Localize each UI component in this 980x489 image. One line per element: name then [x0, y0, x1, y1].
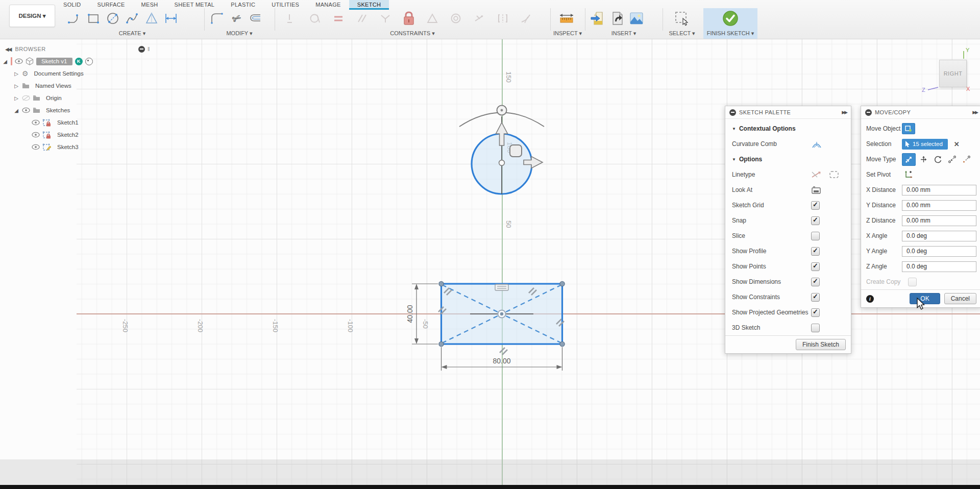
visibility-eye-icon[interactable]: [32, 119, 40, 126]
design-menu-button[interactable]: DESIGN ▾: [9, 5, 55, 27]
free-move-handle[interactable]: [510, 145, 522, 157]
curvature-constraint-icon[interactable]: [518, 9, 535, 28]
clear-selection-icon[interactable]: ✕: [954, 140, 960, 148]
circle-tool-icon[interactable]: [104, 9, 121, 28]
expander-icon[interactable]: ▷: [13, 71, 19, 77]
snap-checkbox[interactable]: [811, 216, 820, 225]
3d-sketch-checkbox[interactable]: [811, 324, 820, 332]
trim-scissors-icon[interactable]: ✄: [228, 9, 245, 28]
move-type-point-to-position-button[interactable]: [960, 154, 973, 165]
expander-icon[interactable]: ▷: [13, 95, 19, 101]
browser-node-sketch1[interactable]: Sketch1: [2, 116, 153, 129]
perpendicular-constraint-icon[interactable]: [377, 9, 394, 28]
visibility-eye-icon[interactable]: [32, 144, 40, 150]
dock-panel-icon[interactable]: ▶▶: [972, 110, 977, 115]
curvature-comb-icon[interactable]: [811, 139, 822, 149]
constraints-group-label[interactable]: CONSTRAINTS ▾: [280, 30, 545, 37]
options-section[interactable]: ▼ Options: [725, 152, 851, 167]
show-constraints-checkbox[interactable]: [811, 293, 820, 302]
finish-sketch-button[interactable]: Finish Sketch: [796, 339, 846, 350]
visibility-eye-icon[interactable]: [15, 58, 23, 64]
node-label[interactable]: Document Settings: [31, 70, 87, 77]
insert-canvas-image-icon[interactable]: [628, 9, 645, 28]
select-tool-icon[interactable]: [673, 9, 691, 28]
move-type-rotate-button[interactable]: [932, 154, 944, 165]
node-label[interactable]: Sketch1: [54, 119, 82, 126]
node-label[interactable]: Sketches: [43, 107, 73, 114]
move-copy-header[interactable]: MOVE/COPY ▶▶: [861, 106, 980, 119]
expander-icon[interactable]: ◢: [13, 108, 19, 113]
section-collapse-icon[interactable]: ▼: [732, 127, 736, 131]
browser-node-named-views[interactable]: ▷ Named Views: [2, 80, 153, 92]
contextual-options-section[interactable]: ▼ Contextual Options: [725, 121, 851, 136]
x-angle-input[interactable]: [902, 231, 976, 241]
parallel-constraint-icon[interactable]: [353, 9, 371, 28]
center-point-handle[interactable]: [499, 160, 505, 166]
dimension-tool-icon[interactable]: [162, 9, 180, 28]
cancel-button[interactable]: Cancel: [944, 293, 976, 304]
collapse-panel-icon[interactable]: [729, 109, 736, 116]
insert-decal-icon[interactable]: [608, 9, 626, 28]
browser-node-root[interactable]: ◢ Sketch v1 K: [2, 55, 153, 67]
z-angle-input[interactable]: [902, 261, 976, 272]
info-icon[interactable]: i: [866, 295, 874, 303]
node-label[interactable]: Sketch3: [54, 143, 82, 151]
create-group-label[interactable]: CREATE ▾: [65, 30, 199, 37]
coincident-constraint-icon[interactable]: [306, 9, 324, 28]
collapse-browser-icon[interactable]: ◀◀: [5, 46, 11, 52]
polygon-tool-icon[interactable]: [143, 9, 160, 28]
finish-sketch-check-icon[interactable]: [722, 9, 739, 28]
browser-node-origin[interactable]: ▷ Origin: [2, 92, 153, 104]
projection-linetype-icon[interactable]: [828, 170, 840, 179]
show-profile-checkbox[interactable]: [811, 247, 820, 256]
node-label[interactable]: Named Views: [32, 82, 75, 89]
ok-button[interactable]: OK: [910, 293, 940, 304]
visibility-eye-off-icon[interactable]: [22, 95, 30, 101]
root-node-label[interactable]: Sketch v1: [36, 58, 72, 65]
move-type-free-move-button[interactable]: [902, 153, 916, 166]
collapse-panel-icon[interactable]: [865, 109, 872, 116]
sketch-grid-checkbox[interactable]: [811, 201, 820, 210]
horizontal-vertical-constraint-icon[interactable]: [283, 9, 300, 28]
spline-tool-icon[interactable]: [124, 9, 141, 28]
show-points-checkbox[interactable]: [811, 262, 820, 271]
x-distance-input[interactable]: [902, 185, 976, 195]
measure-tool-icon[interactable]: [558, 9, 575, 28]
visibility-eye-icon[interactable]: [32, 132, 40, 138]
expander-icon[interactable]: ◢: [2, 59, 8, 64]
browser-node-sketch2[interactable]: Sketch2: [2, 129, 153, 141]
sketch-palette-header[interactable]: SKETCH PALETTE ▶▶: [725, 106, 851, 119]
node-label[interactable]: Sketch2: [54, 131, 82, 138]
finish-sketch-group-label[interactable]: FINISH SKETCH ▾: [703, 30, 757, 37]
browser-display-settings-icon[interactable]: [138, 46, 145, 53]
move-object-type-button[interactable]: [902, 123, 915, 134]
browser-node-sketch3[interactable]: Sketch3: [2, 141, 153, 153]
look-at-icon[interactable]: [811, 186, 821, 194]
move-type-point-to-point-button[interactable]: [946, 154, 959, 165]
browser-node-document-settings[interactable]: ▷ ⚙ Document Settings: [2, 67, 153, 80]
activate-component-radio[interactable]: [85, 58, 93, 65]
midpoint-constraint-icon[interactable]: [424, 9, 441, 28]
equal-constraint-icon[interactable]: [330, 9, 347, 28]
node-label[interactable]: Origin: [43, 94, 65, 102]
dimension-height[interactable]: 40.00: [406, 284, 438, 344]
construction-linetype-icon[interactable]: [811, 170, 822, 179]
rectangle-tool-icon[interactable]: [85, 9, 102, 28]
offset-tool-icon[interactable]: [247, 9, 264, 28]
expander-icon[interactable]: ▷: [13, 83, 19, 89]
y-distance-input[interactable]: [902, 200, 976, 211]
visibility-eye-icon[interactable]: [22, 107, 30, 113]
collinear-constraint-icon[interactable]: [471, 9, 488, 28]
insert-svg-icon[interactable]: [589, 9, 606, 28]
concentric-constraint-icon[interactable]: [447, 9, 464, 28]
rectangle-sketch[interactable]: [438, 281, 565, 355]
selection-chip[interactable]: 15 selected: [902, 139, 948, 150]
fix-lock-constraint-icon[interactable]: [400, 9, 418, 28]
browser-node-sketches[interactable]: ◢ Sketches: [2, 104, 153, 116]
y-angle-input[interactable]: [902, 246, 976, 257]
line-tool-icon[interactable]: [65, 9, 83, 28]
z-distance-input[interactable]: [902, 215, 976, 226]
fillet-tool-icon[interactable]: [208, 9, 226, 28]
show-dimensions-checkbox[interactable]: [811, 278, 820, 286]
symmetry-constraint-icon[interactable]: [494, 9, 511, 28]
